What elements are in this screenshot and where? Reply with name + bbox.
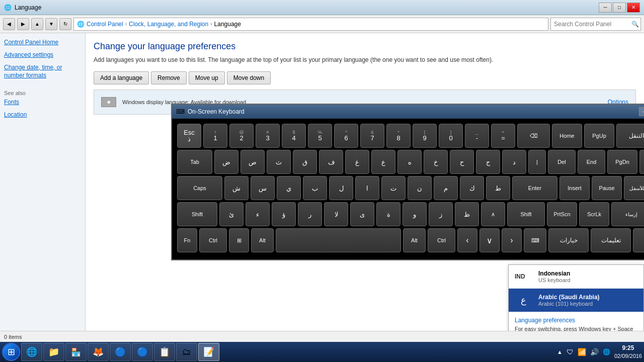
search-icon[interactable]: 🔍 [631, 21, 639, 28]
key-comma[interactable]: و [403, 202, 427, 226]
taskbar-explorer[interactable]: 📁 [43, 343, 64, 361]
key-d[interactable]: ي [277, 176, 301, 200]
key-7[interactable]: &7 [360, 124, 384, 148]
key-ctrl-right[interactable]: Ctrl [428, 228, 455, 252]
key-h[interactable]: ا [355, 176, 379, 200]
key-y[interactable]: غ [345, 150, 369, 174]
key-s[interactable]: س [251, 176, 275, 200]
key-pgdn[interactable]: PgDn [607, 150, 637, 174]
key-6[interactable]: ^6 [334, 124, 358, 148]
key-minus[interactable]: _- [465, 124, 489, 148]
key-rtl3[interactable]: تحريك للأسفل [624, 176, 644, 200]
key-2[interactable]: @2 [229, 124, 254, 148]
taskbar-ie[interactable]: 🌐 [21, 343, 42, 361]
key-left[interactable]: ‹ [457, 228, 477, 252]
search-input[interactable] [554, 21, 629, 28]
osk-titlebar[interactable]: ⌨ On-Screen Keyboard ─ □ ✕ [172, 105, 644, 119]
add-language-button[interactable]: Add a language [94, 71, 149, 84]
back-button[interactable]: ◀ [3, 18, 15, 30]
key-t[interactable]: ف [319, 150, 343, 174]
key-i[interactable]: ه [397, 150, 422, 174]
key-insert[interactable]: Insert [559, 176, 590, 200]
lang-popup-item-ind[interactable]: IND Indonesian US keyboard [509, 265, 643, 289]
key-fade[interactable]: تلاشي [633, 228, 644, 252]
taskbar-chrome[interactable]: 🔵 [110, 343, 131, 361]
key-prtscn[interactable]: PrtScn [547, 202, 577, 226]
volume-icon[interactable]: 🔊 [590, 348, 599, 356]
key-win[interactable]: ⊞ [229, 228, 249, 252]
key-space[interactable] [276, 228, 401, 252]
forward-button[interactable]: ▶ [17, 18, 29, 30]
key-end[interactable]: End [578, 150, 605, 174]
key-caps[interactable]: Caps [177, 176, 222, 200]
key-a[interactable]: ش [224, 176, 249, 200]
key-c[interactable]: ؤ [272, 202, 296, 226]
lang-preferences-link[interactable]: Language preferences [515, 317, 575, 324]
breadcrumb-control-panel[interactable]: Control Panel [87, 21, 123, 28]
key-down[interactable]: ∨ [479, 228, 500, 252]
key-shift-right[interactable]: Shift [507, 202, 545, 226]
key-m[interactable]: ة [376, 202, 400, 226]
key-fn[interactable]: Fn [177, 228, 197, 252]
key-w[interactable]: ص [240, 150, 265, 174]
key-1[interactable]: !1 [203, 124, 227, 148]
key-bracket-close[interactable]: د [502, 150, 526, 174]
key-o[interactable]: خ [424, 150, 448, 174]
recent-button[interactable]: ▼ [45, 18, 57, 30]
key-b[interactable]: لا [324, 202, 348, 226]
lang-popup-item-arabic[interactable]: ع Arabic (Saudi Arabia) Arabic (101) key… [509, 289, 643, 312]
key-up-arrow[interactable]: ∧ [481, 202, 505, 226]
key-rtl2[interactable]: تحريك للأعلى [639, 150, 644, 174]
up-arrow-icon[interactable]: ▲ [557, 349, 562, 355]
key-backspace[interactable]: ⌫ [517, 124, 550, 148]
key-5[interactable]: %5 [308, 124, 332, 148]
taskbar-app2[interactable]: 🗂 [176, 343, 197, 361]
sidebar-fonts[interactable]: Fonts [4, 98, 81, 107]
key-scrlk[interactable]: ScrLk [579, 202, 609, 226]
key-del[interactable]: Del [548, 150, 576, 174]
move-up-button[interactable]: Move up [189, 71, 225, 84]
key-x[interactable]: ء [246, 202, 270, 226]
sidebar-change-date-time[interactable]: Change date, time, or number formats [4, 63, 81, 80]
taskbar-firefox[interactable]: 🦊 [88, 343, 109, 361]
key-rtl1[interactable]: التنقل [616, 124, 644, 148]
key-j[interactable]: ت [381, 176, 406, 200]
key-equals[interactable]: += [491, 124, 515, 148]
key-home[interactable]: Home [552, 124, 582, 148]
maximize-button[interactable]: □ [613, 3, 626, 13]
key-misc[interactable]: ⌨ [524, 228, 546, 252]
osk-minimize[interactable]: ─ [639, 107, 644, 116]
key-ctrl-left[interactable]: Ctrl [199, 228, 227, 252]
clock[interactable]: 9:25 02/09/2016 [614, 344, 642, 359]
key-quote[interactable]: ط [486, 176, 510, 200]
key-n[interactable]: ى [350, 202, 374, 226]
move-down-button[interactable]: Move down [227, 71, 271, 84]
key-slash[interactable]: ظ [455, 202, 479, 226]
key-q[interactable]: ض [214, 150, 238, 174]
key-8[interactable]: *8 [386, 124, 411, 148]
key-e[interactable]: ث [267, 150, 291, 174]
remove-button[interactable]: Remove [151, 71, 187, 84]
key-shift-left[interactable]: Shift [177, 202, 217, 226]
sidebar-location[interactable]: Location [4, 111, 81, 119]
key-semicolon[interactable]: ك [460, 176, 484, 200]
taskbar-app1[interactable]: 📋 [154, 343, 175, 361]
key-alt-right[interactable]: Alt [403, 228, 426, 252]
key-enter[interactable]: Enter [512, 176, 557, 200]
sidebar-control-panel-home[interactable]: Control Panel Home [4, 38, 81, 47]
key-rtl4[interactable]: إرساء [611, 202, 644, 226]
key-v[interactable]: ر [298, 202, 322, 226]
key-0[interactable]: )0 [439, 124, 463, 148]
key-r[interactable]: ق [293, 150, 317, 174]
start-button[interactable]: ⊞ [2, 343, 20, 361]
key-p[interactable]: ح [450, 150, 474, 174]
key-pgup[interactable]: PgUp [584, 124, 614, 148]
taskbar-store[interactable]: 🏪 [65, 343, 87, 361]
key-pause[interactable]: Pause [592, 176, 622, 200]
key-backslash[interactable]: | [528, 150, 546, 174]
up-button[interactable]: ▲ [31, 18, 43, 30]
key-help[interactable]: تعليمات [591, 228, 631, 252]
key-f[interactable]: ب [303, 176, 327, 200]
key-tab[interactable]: Tab [177, 150, 212, 174]
key-right[interactable]: › [502, 228, 522, 252]
